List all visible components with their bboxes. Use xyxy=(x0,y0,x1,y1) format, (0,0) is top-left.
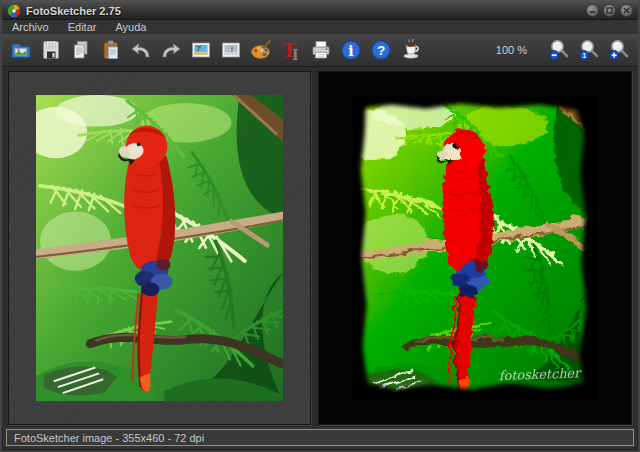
menu-ayuda[interactable]: Ayuda xyxy=(115,21,146,33)
zoom-out-icon xyxy=(547,38,571,62)
zoom-actual-icon: 1 xyxy=(577,38,601,62)
painting-signature: fotosketcher xyxy=(499,365,583,383)
text-tool-icon: T I xyxy=(279,38,303,62)
paste-icon xyxy=(99,38,123,62)
window-title: FotoSketcher 2.75 xyxy=(26,5,121,17)
undo-icon xyxy=(129,38,153,62)
copy-icon xyxy=(69,38,93,62)
menu-editar[interactable]: Editar xyxy=(68,21,97,33)
help-button[interactable]: ? xyxy=(367,36,395,64)
about-button[interactable]: i xyxy=(337,36,365,64)
result-photo-icon xyxy=(219,38,243,62)
painted-result-image: fotosketcher xyxy=(352,96,598,401)
svg-text:?: ? xyxy=(377,43,385,58)
info-icon: i xyxy=(339,38,363,62)
svg-text:1: 1 xyxy=(582,52,586,59)
window-controls xyxy=(586,4,633,17)
drawing-parameters-button[interactable] xyxy=(247,36,275,64)
donate-button[interactable] xyxy=(397,36,425,64)
redo-icon xyxy=(159,38,183,62)
original-image-panel xyxy=(8,71,311,425)
zoom-out-button[interactable] xyxy=(545,36,573,64)
zoom-level-label: 100 % xyxy=(496,44,543,56)
zoom-in-icon xyxy=(607,38,631,62)
original-photo xyxy=(36,95,283,401)
close-button[interactable] xyxy=(620,4,633,17)
maximize-button[interactable] xyxy=(603,4,616,17)
save-icon xyxy=(39,38,63,62)
zoom-actual-button[interactable]: 1 xyxy=(575,36,603,64)
paste-button[interactable] xyxy=(97,36,125,64)
open-image-button[interactable] xyxy=(7,36,35,64)
svg-text:I: I xyxy=(292,47,299,63)
redo-button[interactable] xyxy=(157,36,185,64)
status-bar: FotoSketcher image - 355x460 - 72 dpi xyxy=(6,429,634,446)
original-photo-icon xyxy=(189,38,213,62)
minimize-icon xyxy=(588,6,597,15)
save-image-button[interactable] xyxy=(37,36,65,64)
undo-button[interactable] xyxy=(127,36,155,64)
maximize-icon xyxy=(605,6,614,15)
svg-text:i: i xyxy=(348,43,353,59)
main-area: fotosketcher xyxy=(2,67,638,427)
view-result-button[interactable] xyxy=(217,36,245,64)
menu-bar: Archivo Editar Ayuda xyxy=(2,20,638,34)
zoom-in-button[interactable] xyxy=(605,36,633,64)
close-icon xyxy=(622,6,631,15)
app-window: FotoSketcher 2.75 Archivo Editar Ayuda xyxy=(0,0,640,452)
app-logo-icon xyxy=(7,4,21,18)
menu-archivo[interactable]: Archivo xyxy=(12,21,49,33)
print-button[interactable] xyxy=(307,36,335,64)
copy-button[interactable] xyxy=(67,36,95,64)
title-bar[interactable]: FotoSketcher 2.75 xyxy=(2,2,638,20)
minimize-button[interactable] xyxy=(586,4,599,17)
palette-icon xyxy=(249,38,273,62)
coffee-icon xyxy=(399,38,423,62)
add-text-button[interactable]: T I xyxy=(277,36,305,64)
view-original-button[interactable] xyxy=(187,36,215,64)
toolbar: T I i ? xyxy=(2,34,638,67)
status-text: FotoSketcher image - 355x460 - 72 dpi xyxy=(14,432,204,444)
result-image-panel: fotosketcher xyxy=(318,71,632,425)
open-image-icon xyxy=(9,38,33,62)
printer-icon xyxy=(309,38,333,62)
help-icon: ? xyxy=(369,38,393,62)
